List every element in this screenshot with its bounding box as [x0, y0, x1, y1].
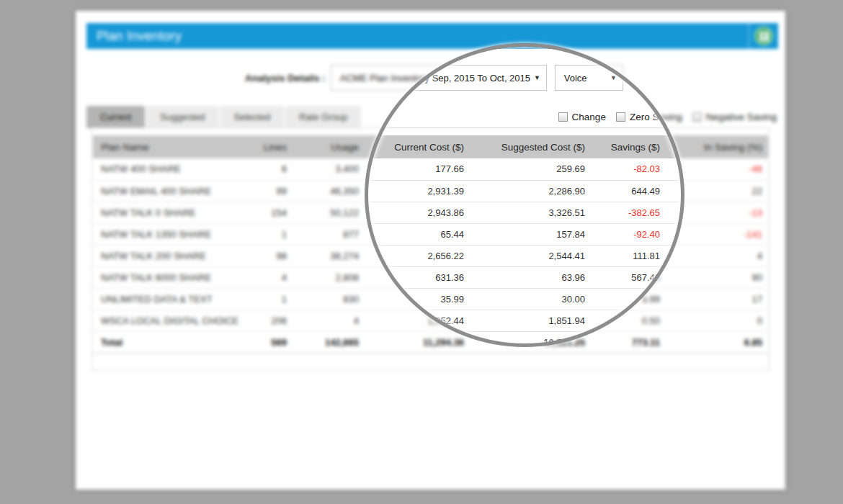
table-row[interactable]: WSCA LOCAL DIGITAL CHOICE20641,852.441,8… — [93, 310, 768, 331]
value-cell: 644.49 — [591, 180, 666, 202]
value-cell: 30.00 — [470, 288, 591, 310]
page-title: Plan Inventory — [86, 29, 182, 44]
value-cell: 111.81 — [591, 245, 666, 266]
saving-filter-checkboxes: ChangeZero SavingNegative Saving — [558, 112, 777, 122]
value-cell: 65.44 — [365, 223, 470, 245]
value-cell: 154 — [245, 202, 293, 223]
value-cell: 773.11 — [591, 331, 666, 353]
value-cell: -13 — [666, 202, 768, 223]
value-cell: 2,656.22 — [365, 245, 470, 266]
value-cell: 1,852.44 — [365, 310, 470, 331]
value-cell: -46 — [666, 158, 768, 180]
value-cell: 0 — [666, 310, 768, 331]
value-cell: 567.40 — [591, 266, 666, 288]
value-cell: 46,350 — [293, 180, 365, 202]
value-cell: 3,326.51 — [470, 202, 591, 223]
column-header-suggested-cost: Suggested Cost ($) — [470, 135, 591, 158]
value-cell: 2,808 — [293, 266, 365, 288]
column-header-current-cost: Current Cost ($) — [365, 135, 470, 158]
tab-rate-group[interactable]: Rate Group — [285, 106, 361, 128]
table-row[interactable]: NATW 400 SHARE63,400177.66259.69-82.03-4… — [93, 158, 768, 180]
checkbox-change[interactable]: Change — [558, 112, 606, 122]
table-row[interactable]: UNLIMITED DATA & TEXT183035.9930.005.991… — [93, 288, 768, 310]
table-row[interactable]: NATW TALK 6000 SHARE42,808631.3663.96567… — [93, 266, 768, 288]
value-cell: 2,943.86 — [365, 202, 470, 223]
plan-name-cell: NATW 400 SHARE — [93, 158, 245, 180]
value-cell: 4 — [245, 266, 293, 288]
service-type-value: Voice — [564, 73, 587, 84]
table-row[interactable]: NATW TALK 1350 SHARE187765.44157.84-92.4… — [93, 223, 768, 245]
value-cell: 5.99 — [591, 288, 666, 310]
plan-name-cell: NATW EMAIL 400 SHARE — [93, 180, 245, 202]
column-header-lines: Lines — [245, 135, 293, 158]
column-header-savings: Savings ($) — [591, 135, 666, 158]
plan-name-cell: Total — [93, 331, 245, 353]
checkbox-negative-saving[interactable]: Negative Saving — [692, 112, 777, 122]
value-cell: 11,294.36 — [365, 331, 470, 353]
value-cell: 6.85 — [666, 331, 768, 353]
value-cell: 90 — [666, 266, 768, 288]
tab-suggested[interactable]: Suggested — [146, 106, 218, 128]
checkbox-icon[interactable] — [558, 112, 568, 122]
value-cell: 177.66 — [365, 158, 470, 180]
titlebar-actions: X — [749, 23, 778, 49]
value-cell: 206 — [245, 310, 293, 331]
tab-current[interactable]: Current — [86, 106, 145, 128]
value-cell: 157.84 — [470, 223, 591, 245]
value-cell: -82.03 — [591, 158, 666, 180]
plan-inventory-window: Plan Inventory X Analysis Details : ACME… — [76, 11, 785, 490]
plan-name-cell: NATW TALK 6000 SHARE — [93, 266, 245, 288]
value-cell: 0.50 — [591, 310, 666, 331]
value-cell: 98 — [245, 245, 293, 266]
value-cell: 2,931.39 — [365, 180, 470, 202]
value-cell: 1 — [245, 223, 293, 245]
value-cell: -92.40 — [591, 223, 666, 245]
checkbox-icon[interactable] — [692, 112, 702, 122]
value-cell: 142,665 — [293, 331, 365, 353]
analysis-details-label: Analysis Details : — [245, 73, 326, 84]
value-cell: -141 — [666, 223, 768, 245]
value-cell: 2,544.41 — [470, 245, 591, 266]
column-header-plan-name: Plan Name — [93, 135, 245, 158]
titlebar: Plan Inventory X — [86, 23, 778, 49]
value-cell: 631.36 — [365, 266, 470, 288]
value-cell: 17 — [666, 288, 768, 310]
analysis-details-row: Analysis Details : ACME Plan Inventory S… — [76, 65, 785, 91]
table-row[interactable]: NATW EMAIL 400 SHARE9946,3502,931.392,28… — [93, 180, 768, 202]
analysis-period-dropdown[interactable]: ACME Plan Inventory Sep, 2015 To Oct, 20… — [331, 65, 547, 91]
value-cell: 1 — [245, 288, 293, 310]
checkbox-label: Negative Saving — [706, 112, 777, 122]
excel-export-icon: X — [754, 27, 773, 45]
value-cell: 4 — [666, 245, 768, 266]
value-cell: 3,400 — [293, 158, 365, 180]
table-header-row: Plan NameLinesUsageCurrent Cost ($)Sugge… — [93, 135, 768, 158]
tabs-and-filters-row: CurrentSuggestedSelectedRate Group Chang… — [86, 106, 777, 128]
page-background: Plan Inventory X Analysis Details : ACME… — [0, 0, 843, 504]
tab-selected[interactable]: Selected — [220, 106, 285, 128]
value-cell: 830 — [293, 288, 365, 310]
column-header-usage: Usage — [293, 135, 365, 158]
checkbox-label: Change — [572, 112, 606, 122]
value-cell: 22 — [666, 180, 768, 202]
table-row[interactable]: NATW TALK 0 SHARE15450,1222,943.863,326.… — [93, 202, 768, 223]
chevron-down-icon: ▼ — [534, 74, 540, 81]
checkbox-icon[interactable] — [616, 112, 625, 122]
value-cell: 63.96 — [470, 266, 591, 288]
plan-inventory-table: Plan NameLinesUsageCurrent Cost ($)Sugge… — [93, 135, 768, 354]
service-type-dropdown[interactable]: Voice ▼ — [555, 65, 623, 91]
plan-name-cell: NATW TALK 0 SHARE — [93, 202, 245, 223]
export-excel-button[interactable]: X — [749, 23, 778, 49]
plan-name-cell: WSCA LOCAL DIGITAL CHOICE — [93, 310, 245, 331]
value-cell: 877 — [293, 223, 365, 245]
value-cell: 4 — [293, 310, 365, 331]
table-row[interactable]: NATW TALK 200 SHARE9838,2742,656.222,544… — [93, 245, 768, 266]
table-total-row: Total569142,66511,294.3610,521.25773.116… — [93, 331, 768, 353]
tab-content-panel: Plan NameLinesUsageCurrent Cost ($)Sugge… — [92, 127, 770, 371]
plan-name-cell: UNLIMITED DATA & TEXT — [93, 288, 245, 310]
value-cell: 259.69 — [470, 158, 591, 180]
chevron-down-icon: ▼ — [610, 74, 617, 81]
value-cell: 50,122 — [293, 202, 365, 223]
value-cell: 2,286.90 — [470, 180, 591, 202]
value-cell: 6 — [245, 158, 293, 180]
checkbox-zero-saving[interactable]: Zero Saving — [616, 112, 682, 122]
